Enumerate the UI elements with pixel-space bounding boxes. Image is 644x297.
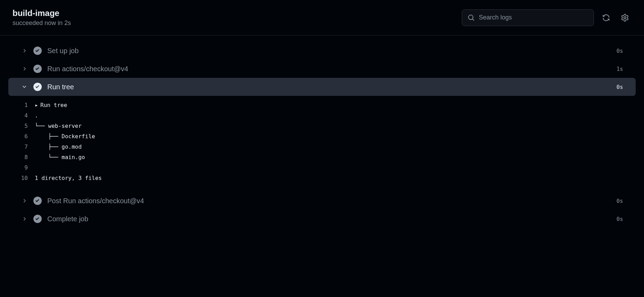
step-row-post-checkout[interactable]: Post Run actions/checkout@v4 0s [8, 192, 636, 210]
step-row-complete-job[interactable]: Complete job 0s [8, 210, 636, 228]
log-line: 7 ├── go.mod [0, 142, 644, 152]
line-number: 1 [13, 100, 35, 110]
steps-container: Set up job 0s Run actions/checkout@v4 1s… [0, 35, 644, 234]
line-content: ▸Run tree [35, 100, 67, 110]
log-line: 10 1 directory, 3 files [0, 173, 644, 183]
search-box[interactable] [462, 9, 594, 26]
chevron-right-icon [21, 47, 28, 54]
log-line: 8 └── main.go [0, 152, 644, 163]
line-content: . [35, 110, 38, 121]
step-row-setup-job[interactable]: Set up job 0s [8, 42, 636, 60]
step-duration: 0s [617, 84, 623, 90]
line-content: ├── Dockerfile [35, 131, 95, 142]
line-content: └── main.go [35, 152, 85, 163]
disclosure-triangle-icon[interactable]: ▸ [35, 100, 40, 110]
line-number: 10 [13, 173, 35, 183]
log-line[interactable]: 1 ▸Run tree [0, 100, 644, 110]
check-circle-icon [33, 215, 42, 223]
gear-icon [621, 14, 629, 22]
line-number: 8 [13, 152, 35, 163]
check-circle-icon [33, 197, 42, 205]
step-name: Complete job [47, 215, 617, 223]
chevron-down-icon [21, 83, 28, 90]
search-input[interactable] [479, 14, 588, 21]
step-duration: 1s [617, 66, 623, 72]
chevron-right-icon [21, 197, 28, 204]
chevron-right-icon [21, 215, 28, 222]
header-right [462, 9, 631, 26]
line-number: 4 [13, 110, 35, 121]
step-row-run-tree[interactable]: Run tree 0s [8, 78, 636, 96]
log-line: 9 [0, 163, 644, 173]
sync-icon [602, 14, 610, 22]
refresh-button[interactable] [599, 11, 613, 24]
check-circle-icon [33, 83, 42, 91]
job-title: build-image [13, 8, 71, 18]
log-line: 6 ├── Dockerfile [0, 131, 644, 142]
check-circle-icon [33, 65, 42, 73]
settings-button[interactable] [618, 11, 631, 24]
check-circle-icon [33, 47, 42, 55]
chevron-right-icon [21, 65, 28, 72]
line-content: ├── go.mod [35, 142, 82, 152]
step-name: Set up job [47, 47, 617, 55]
line-number: 5 [13, 121, 35, 131]
line-content: 1 directory, 3 files [35, 173, 102, 183]
job-status: succeeded now in 2s [13, 19, 71, 27]
log-line: 5 └── web-server [0, 121, 644, 131]
line-number: 9 [13, 163, 35, 173]
line-number: 6 [13, 131, 35, 142]
step-row-checkout[interactable]: Run actions/checkout@v4 1s [8, 60, 636, 78]
header-left: build-image succeeded now in 2s [13, 8, 71, 27]
search-icon [468, 14, 475, 21]
step-name: Run tree [47, 83, 617, 91]
line-number: 7 [13, 142, 35, 152]
step-duration: 0s [617, 198, 623, 204]
step-name: Run actions/checkout@v4 [47, 65, 617, 73]
header: build-image succeeded now in 2s [0, 0, 644, 35]
line-content: └── web-server [35, 121, 82, 131]
log-output: 1 ▸Run tree 4 . 5 └── web-server 6 ├── D… [0, 96, 644, 192]
log-line: 4 . [0, 110, 644, 121]
step-name: Post Run actions/checkout@v4 [47, 197, 617, 205]
step-duration: 0s [617, 48, 623, 54]
step-duration: 0s [617, 216, 623, 222]
